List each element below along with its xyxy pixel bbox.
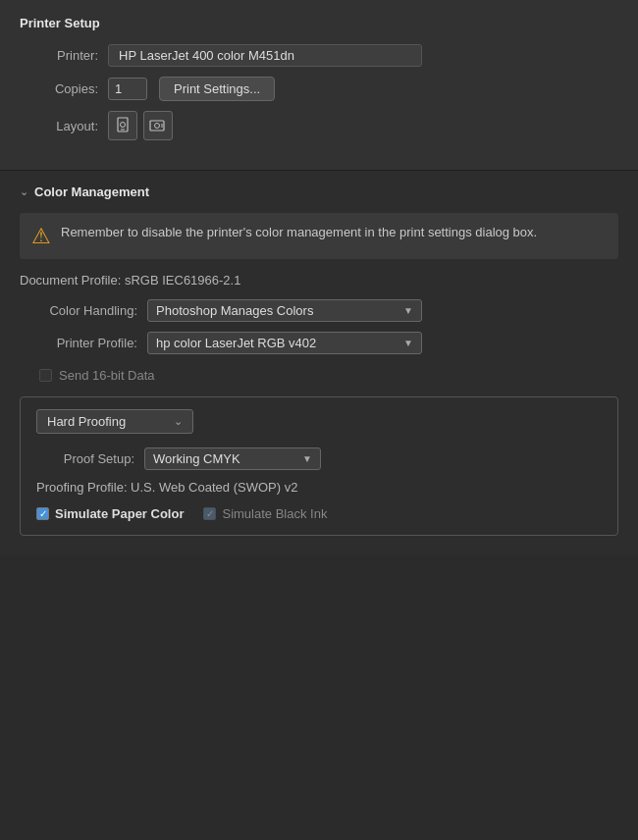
printer-value[interactable]: HP LaserJet 400 color M451dn — [108, 44, 422, 67]
warning-icon: ⚠ — [31, 224, 51, 249]
hard-proofing-dropdown[interactable]: Hard Proofing ⌄ — [36, 409, 193, 434]
copies-input[interactable] — [108, 78, 147, 100]
svg-point-1 — [121, 123, 126, 128]
simulate-paper-color-item: Simulate Paper Color — [36, 506, 184, 521]
svg-point-4 — [155, 124, 160, 129]
printer-profile-value: hp color LaserJet RGB v402 — [156, 336, 316, 350]
printer-setup-panel: Printer Setup Printer: HP LaserJet 400 c… — [0, 0, 638, 171]
printer-profile-arrow-icon: ▼ — [403, 338, 413, 348]
layout-row: Layout: — [20, 111, 618, 140]
simulate-paper-color-checkbox[interactable] — [36, 507, 49, 520]
proof-setup-label: Proof Setup: — [36, 451, 134, 466]
document-profile-row: Document Profile: sRGB IEC61966-2.1 — [20, 273, 618, 288]
color-management-title: Color Management — [34, 184, 149, 199]
printer-row: Printer: HP LaserJet 400 color M451dn — [20, 44, 618, 67]
color-management-header: ⌄ Color Management — [20, 184, 618, 199]
printer-label: Printer: — [20, 48, 98, 63]
simulate-row: Simulate Paper Color Simulate Black Ink — [36, 506, 602, 521]
printer-profile-label: Printer Profile: — [20, 336, 137, 350]
hard-proofing-label: Hard Proofing — [47, 414, 126, 429]
color-handling-label: Color Handling: — [20, 303, 137, 318]
copies-row: Copies: Print Settings... — [20, 77, 618, 101]
simulate-black-ink-label: Simulate Black Ink — [222, 506, 327, 521]
copies-label: Copies: — [20, 81, 98, 96]
send-16bit-row: Send 16-bit Data — [20, 368, 618, 383]
document-profile-text: Document Profile: sRGB IEC61966-2.1 — [20, 273, 240, 288]
send-16bit-label: Send 16-bit Data — [59, 368, 155, 383]
color-handling-value: Photoshop Manages Colors — [156, 303, 313, 318]
layout-icons — [108, 111, 173, 140]
warning-box: ⚠ Remember to disable the printer's colo… — [20, 213, 618, 259]
color-handling-dropdown[interactable]: Photoshop Manages Colors ▼ — [147, 299, 422, 322]
printer-setup-title: Printer Setup — [20, 16, 618, 30]
proof-setup-dropdown[interactable]: Working CMYK ▼ — [144, 447, 321, 470]
printer-profile-row: Printer Profile: hp color LaserJet RGB v… — [20, 332, 618, 354]
chevron-icon: ⌄ — [20, 185, 28, 198]
simulate-black-ink-checkbox[interactable] — [203, 507, 216, 520]
printer-profile-dropdown[interactable]: hp color LaserJet RGB v402 ▼ — [147, 332, 422, 354]
layout-landscape-button[interactable] — [143, 111, 173, 140]
color-handling-arrow-icon: ▼ — [403, 305, 413, 316]
hard-proofing-section: Hard Proofing ⌄ Proof Setup: Working CMY… — [20, 396, 618, 536]
hard-proofing-arrow-icon: ⌄ — [174, 415, 183, 428]
layout-label: Layout: — [20, 119, 98, 133]
proof-setup-value: Working CMYK — [153, 451, 240, 466]
proofing-profile-row: Proofing Profile: U.S. Web Coated (SWOP)… — [36, 480, 602, 495]
color-management-panel: ⌄ Color Management ⚠ Remember to disable… — [0, 171, 638, 555]
layout-portrait-button[interactable] — [108, 111, 137, 140]
simulate-paper-color-label: Simulate Paper Color — [55, 506, 184, 521]
color-handling-row: Color Handling: Photoshop Manages Colors… — [20, 299, 618, 322]
send-16bit-checkbox[interactable] — [39, 369, 52, 382]
print-settings-button[interactable]: Print Settings... — [159, 77, 275, 101]
simulate-black-ink-item: Simulate Black Ink — [203, 506, 327, 521]
proofing-profile-text: Proofing Profile: U.S. Web Coated (SWOP)… — [36, 480, 297, 495]
proof-setup-row: Proof Setup: Working CMYK ▼ — [36, 447, 602, 470]
warning-text: Remember to disable the printer's color … — [61, 223, 537, 242]
proof-setup-arrow-icon: ▼ — [302, 453, 312, 464]
